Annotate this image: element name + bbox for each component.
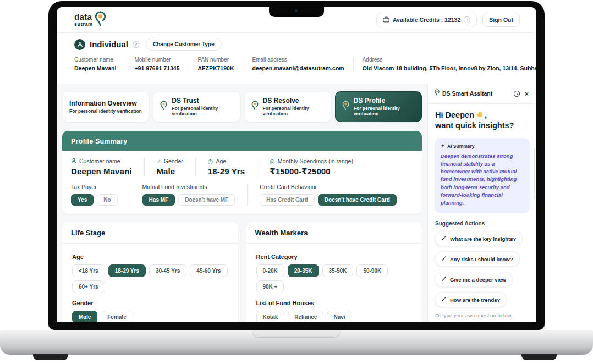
laptop-screen-bezel: data sutram [48, 1, 545, 330]
tab-ds-trust[interactable]: DS Trust For personal identity verificat… [153, 91, 240, 122]
wave-hand-icon [476, 110, 483, 120]
profile-summary-title: Profile Summary [71, 137, 127, 145]
chip-rent-20-35k[interactable]: 20-35K [288, 264, 319, 277]
field-value: Old Viacom 18 building, 5Th Floor, Innov… [363, 65, 536, 71]
summary-field-value: Deepen Mavani [71, 167, 132, 176]
history-clock-icon[interactable] [513, 90, 520, 97]
field-label: Email address [252, 57, 344, 63]
assistant-greeting: Hi Deepen , want quick insights? [428, 104, 536, 131]
customer-field-address: Address Old Viacom 18 building, 5Th Floo… [363, 57, 536, 71]
ai-summary-text: Deepen demonstrates strong financial sta… [441, 152, 524, 207]
product-tabs: Information Overview For personal identi… [62, 91, 422, 122]
wallet-icon [383, 16, 389, 24]
chip-fund-reliance[interactable]: Reliance [288, 311, 323, 322]
chip-has-credit-card[interactable]: Has Credit Card [260, 194, 315, 206]
laptop-mockup: data sutram [0, 0, 593, 364]
tab-title: DS Trust [172, 97, 233, 104]
chip-rent-90kplus[interactable]: 90K + [256, 280, 284, 293]
toggle-group-label: Credit Card Behaviour [260, 184, 397, 190]
group-label-rent: Rent Category [256, 253, 413, 260]
chip-no-mf[interactable]: Doesn't have MF [178, 194, 235, 206]
chip-has-mf[interactable]: Has MF [142, 194, 175, 206]
chip-fund-navi[interactable]: Navi [327, 311, 352, 322]
help-icon[interactable]: ? [464, 16, 470, 23]
action-risks[interactable]: Any risks I should know? [435, 251, 520, 267]
summary-field-label: Gender [164, 158, 183, 164]
summary-field-monthly-spendings: ◎ Monthly Spendings (in range) ₹15000-₹2… [257, 158, 365, 177]
chip-tax-payer-yes[interactable]: Yes [71, 194, 94, 206]
greeting-comma: , [485, 110, 487, 120]
chip-gender-male[interactable]: Male [72, 311, 97, 322]
laptop-foot [33, 354, 68, 360]
chip-age-45-60[interactable]: 45-60 Yrs [190, 264, 227, 277]
logo-text-data: data [74, 13, 93, 21]
close-icon[interactable]: × [523, 90, 530, 97]
sparkle-icon [441, 144, 445, 149]
action-label: Any risks I should know? [450, 256, 513, 262]
tab-information-overview[interactable]: Information Overview For personal identi… [62, 91, 149, 122]
age-icon: ◷ [208, 158, 213, 164]
main-column: Information Overview For personal identi… [57, 84, 427, 322]
action-label: Give me a deeper view [450, 277, 506, 283]
action-key-insights[interactable]: What are the key insights? [435, 231, 523, 246]
wealth-markers-title: Wealth Markers [246, 222, 422, 244]
wand-icon [441, 276, 447, 283]
wealth-markers-card: Wealth Markers Rent Category 0-20K 20-35… [246, 222, 422, 322]
customer-type-help-icon[interactable]: ? [133, 41, 139, 48]
summary-field-gender: ♂ Gender Male [144, 158, 195, 177]
sidebar-scrollbar[interactable] [534, 148, 535, 199]
action-deeper-view[interactable]: Give me a deeper view [435, 272, 513, 287]
chip-gender-female[interactable]: Female [101, 311, 133, 322]
chip-age-30-45[interactable]: 30-45 Yrs [149, 264, 186, 277]
chip-age-18-29[interactable]: 18-29 Yrs [108, 264, 146, 277]
ai-summary-box: AI Summary Deepen demonstrates strong fi… [435, 138, 530, 214]
field-value: AFZPK7190K [198, 65, 234, 71]
wand-icon [441, 256, 447, 262]
chip-rent-50-90k[interactable]: 50-90K [356, 264, 388, 277]
action-trends[interactable]: How are the trends? [435, 292, 507, 307]
customer-field-email: Email address deepen.mavani@datasutram.c… [252, 57, 353, 71]
summary-field-label: Customer name [79, 158, 120, 164]
pin-icon [342, 101, 349, 113]
tab-ds-resolve[interactable]: DS Resolve For personal identity verific… [244, 91, 331, 122]
assistant-hint: Or type your own question below... [435, 312, 529, 318]
app-screen: data sutram [57, 7, 536, 322]
field-value: deepen.mavani@datasutram.com [252, 65, 344, 71]
customer-avatar [74, 39, 85, 50]
tab-subtitle: For personal identity verification [69, 108, 142, 114]
chip-age-60plus[interactable]: 60+ Yrs [72, 280, 105, 293]
toggle-group-credit-card: Credit Card Behaviour Has Credit Card Do… [247, 184, 409, 206]
life-stage-card: Life Stage Age <18 Yrs 18-29 Yrs 30-45 Y… [62, 222, 238, 322]
chip-rent-35-50k[interactable]: 35-50K [322, 264, 354, 277]
group-label-fund-houses: List of Fund Houses [256, 300, 413, 306]
field-label: Customer name [74, 57, 116, 63]
tab-ds-profile[interactable]: DS Profile For personal identity verific… [335, 91, 422, 122]
chip-fund-kotak[interactable]: Kotak [256, 311, 285, 322]
spendings-icon: ◎ [270, 158, 275, 164]
logo-text-sutram: sutram [74, 22, 93, 27]
ai-summary-label: AI Summary [447, 144, 475, 149]
person-icon [71, 158, 76, 164]
wand-icon [441, 296, 447, 303]
laptop-base [0, 330, 593, 355]
main-content: Information Overview For personal identi… [57, 84, 536, 322]
chip-rent-0-20k[interactable]: 0-20K [256, 264, 284, 277]
male-icon: ♂ [157, 158, 161, 164]
tab-title: Information Overview [69, 100, 142, 107]
chip-age-under18[interactable]: <18 Yrs [72, 264, 105, 277]
chip-tax-payer-no[interactable]: No [97, 194, 117, 206]
change-customer-type-button[interactable]: Change Customer Type [146, 38, 222, 51]
pin-icon [160, 101, 167, 113]
summary-field-value: ₹15000-₹25000 [270, 167, 353, 177]
field-value: +91 97691 71345 [134, 65, 179, 71]
datasutram-logo: data sutram [74, 11, 106, 29]
sign-out-button[interactable]: Sign Out [482, 13, 520, 27]
assistant-title: DS Smart Assitant [442, 90, 492, 97]
chip-no-credit-card[interactable]: Doesn't have Credit Card [318, 194, 397, 206]
customer-field-mobile: Mobile number +91 97691 71345 [134, 57, 189, 71]
summary-field-value: 18-29 Yrs [208, 167, 245, 176]
smart-assistant-panel: DS Smart Assitant × Hi Deepen [427, 84, 536, 322]
tab-subtitle: For personal identity verification [263, 106, 324, 117]
available-credits-button[interactable]: Available Credits : 12132 ? [376, 13, 477, 27]
field-value: Deepen Mavani [74, 65, 116, 71]
